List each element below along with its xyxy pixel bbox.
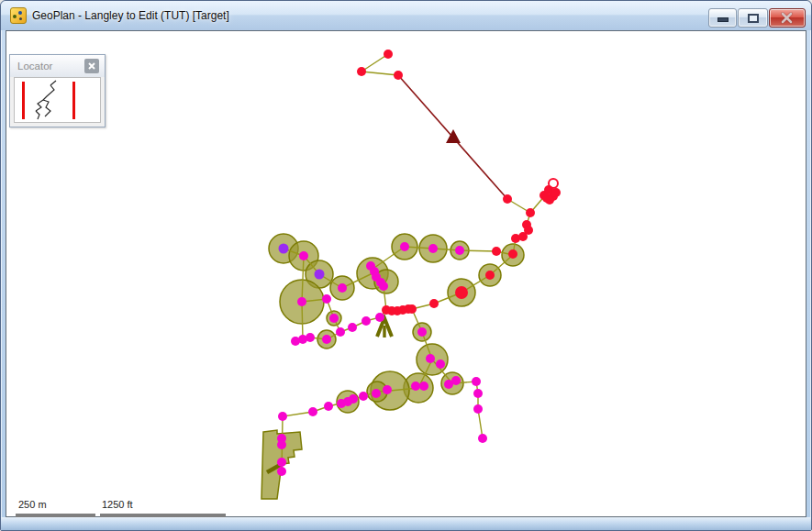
network-node-magenta[interactable] xyxy=(359,392,368,401)
network-node-red[interactable] xyxy=(384,50,393,59)
network-node-red[interactable] xyxy=(394,71,403,80)
network-node-magenta[interactable] xyxy=(455,246,464,255)
network-node-magenta[interactable] xyxy=(400,242,409,251)
network-node-red[interactable] xyxy=(485,271,495,280)
network-node-red[interactable] xyxy=(542,194,551,203)
network-node-magenta[interactable] xyxy=(473,404,483,414)
network-node-magenta[interactable] xyxy=(338,283,347,293)
network-node-red[interactable] xyxy=(526,208,535,217)
network-node-magenta[interactable] xyxy=(322,294,331,304)
restore-button[interactable] xyxy=(738,8,768,28)
locator-network-thumbnail xyxy=(15,78,100,122)
network-node-red[interactable] xyxy=(429,299,439,308)
network-node-red[interactable] xyxy=(508,249,517,259)
network-node-magenta[interactable] xyxy=(329,314,339,323)
network-node-magenta[interactable] xyxy=(428,244,438,253)
close-icon xyxy=(88,62,95,70)
network-node-magenta[interactable] xyxy=(472,377,481,386)
locator-map-body[interactable] xyxy=(14,77,101,123)
scale-label-imperial: 1250 ft xyxy=(102,499,133,510)
geoplan-app-icon xyxy=(10,7,27,24)
network-node-magenta[interactable] xyxy=(478,434,487,443)
locator-title: Locator xyxy=(17,61,52,72)
window-titlebar[interactable]: GeoPlan - Langley to Edit (TUT) [Target] xyxy=(1,1,811,30)
network-node-magenta[interactable] xyxy=(417,327,427,337)
network-node-red[interactable] xyxy=(382,305,391,315)
network-node-magenta[interactable] xyxy=(411,382,420,391)
minimize-icon xyxy=(717,17,729,22)
network-node-magenta[interactable] xyxy=(291,337,300,346)
network-node-magenta[interactable] xyxy=(324,402,333,411)
thumbnail-network-line xyxy=(43,85,54,100)
network-node-red[interactable] xyxy=(551,188,561,197)
network-node-magenta[interactable] xyxy=(349,394,358,404)
scale-label-metric: 250 m xyxy=(18,499,47,510)
network-node-outline[interactable] xyxy=(549,179,558,188)
network-node-red[interactable] xyxy=(503,194,512,204)
locator-panel[interactable]: Locator xyxy=(9,54,106,127)
network-node-red[interactable] xyxy=(511,234,520,243)
network-node-magenta[interactable] xyxy=(277,467,286,476)
network-node-magenta[interactable] xyxy=(426,354,435,363)
network-node-magenta[interactable] xyxy=(322,335,331,344)
network-node-red[interactable] xyxy=(492,247,501,256)
network-node-magenta[interactable] xyxy=(336,327,345,337)
close-icon xyxy=(770,9,805,27)
network-node-magenta[interactable] xyxy=(277,440,286,449)
network-node-magenta[interactable] xyxy=(375,313,384,322)
network-node-magenta[interactable] xyxy=(436,360,445,369)
network-node-magenta[interactable] xyxy=(362,316,371,326)
thumbnail-network-line xyxy=(50,81,56,85)
network-node-magenta[interactable] xyxy=(473,389,483,398)
network-node-red[interactable] xyxy=(357,67,366,76)
network-node-magenta[interactable] xyxy=(299,251,308,260)
thumbnail-network-line xyxy=(36,111,39,119)
window-bottom-frame xyxy=(1,517,811,530)
close-button[interactable] xyxy=(769,8,806,28)
network-node-magenta[interactable] xyxy=(278,412,287,421)
pipe-link[interactable] xyxy=(362,54,388,72)
locator-extent-bar-right xyxy=(72,82,75,119)
thumbnail-network-line xyxy=(36,100,43,111)
geoplan-map-canvas[interactable] xyxy=(6,31,806,516)
network-node-magenta[interactable] xyxy=(348,323,357,332)
restore-icon xyxy=(748,14,759,23)
locator-extent-bar-left xyxy=(22,82,25,119)
minimize-button[interactable] xyxy=(708,8,737,28)
network-node-magenta[interactable] xyxy=(383,385,392,394)
thumbnail-network-line xyxy=(43,100,50,116)
map-viewport: Locator 250 m 1250 ft xyxy=(6,30,806,517)
geoplan-window: GeoPlan - Langley to Edit (TUT) [Target]… xyxy=(0,0,812,531)
network-node-magenta[interactable] xyxy=(379,282,388,291)
network-node-magenta[interactable] xyxy=(308,407,317,416)
network-node-purple[interactable] xyxy=(279,244,289,254)
network-node-purple[interactable] xyxy=(315,270,325,280)
window-title: GeoPlan - Langley to Edit (TUT) [Target] xyxy=(32,9,229,22)
network-node-magenta[interactable] xyxy=(419,382,428,391)
network-node-red-large[interactable] xyxy=(455,286,468,299)
network-node-magenta[interactable] xyxy=(297,297,306,306)
pipe-link[interactable] xyxy=(362,72,398,75)
locator-close-button[interactable] xyxy=(84,59,99,73)
network-node-magenta[interactable] xyxy=(372,389,381,398)
network-node-magenta[interactable] xyxy=(451,376,461,385)
network-node-magenta[interactable] xyxy=(277,458,286,467)
